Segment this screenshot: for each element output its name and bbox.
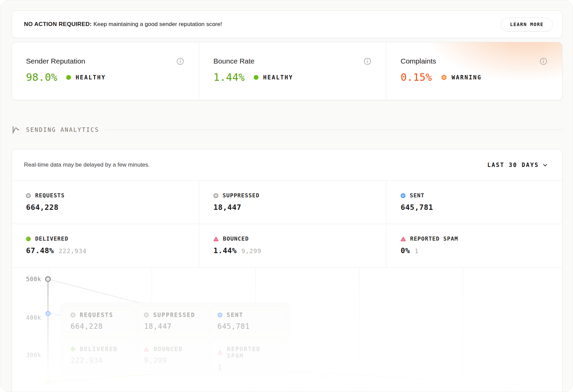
learn-more-button[interactable]: LEARN MORE [501,18,553,31]
tooltip-value: 222,934 [71,357,128,365]
stat-count: 1 [415,247,419,254]
sent-point [46,311,51,316]
metric-value: 0.15% [401,71,432,83]
crosshair-line [48,279,48,392]
metric-sender-reputation: Sender Reputation 98.0% HEALTHY [12,42,199,100]
tooltip-suppressed: SUPPRESSED 18,447 [137,305,208,338]
metric-complaints: Complaints 0.15% WARNING [386,42,562,100]
stat-label: BOUNCED [223,236,249,242]
info-icon[interactable] [176,57,184,65]
tooltip-value: 664,228 [71,322,128,330]
sending-analytics-card: Real-time data may be delayed by a few m… [11,149,563,392]
date-range-selector[interactable]: LAST 30 DAYS [487,162,548,168]
warning-hexagon-icon [441,74,447,80]
gray-ring-icon [26,193,31,198]
tooltip-value: 1 [218,363,280,371]
stat-value: 67.48% [26,246,54,255]
gray-ring-icon [71,313,75,317]
banner-message: NO ACTION REQUIRED: Keep maintaining a g… [24,21,222,28]
blue-ring-icon [218,313,222,317]
delivered-point [45,379,51,386]
gray-ring-icon [144,313,149,317]
stat-bounced: BOUNCED 1.44% 9,299 [199,224,386,267]
blue-ring-icon [401,193,405,198]
banner-message-bold: NO ACTION REQUIRED: [24,21,92,27]
analytics-chart[interactable]: 500k 400k 300k REQUESTS [12,268,562,392]
chevron-down-icon [542,162,548,168]
status-badge: WARNING [452,74,482,81]
metric-value: 98.0% [26,71,57,83]
tooltip-value: 645,781 [218,322,280,330]
metric-bounce-rate: Bounce Rate 1.44% HEALTHY [199,42,386,100]
stat-label: REQUESTS [35,192,65,199]
section-divider [105,130,563,130]
metric-title: Complaints [401,57,436,65]
analytics-header: Real-time data may be delayed by a few m… [12,149,562,181]
stat-label: REPORTED SPAM [410,236,458,242]
metric-title: Bounce Rate [214,57,254,65]
chart-tooltip: REQUESTS 664,228 SUPPRESSED 18,447 SENT [61,303,290,374]
stat-value: 645,781 [401,203,433,212]
banner-message-rest: Keep maintaining a good sender reputatio… [92,21,222,27]
stat-value: 18,447 [214,203,241,212]
tooltip-value: 18,447 [144,322,201,330]
stat-value: 0% [401,246,410,255]
date-range-label: LAST 30 DAYS [487,162,539,168]
stat-label: DELIVERED [35,236,68,242]
status-banner: NO ACTION REQUIRED: Keep maintaining a g… [11,10,563,38]
red-triangle-icon [218,350,223,355]
tooltip-requests: REQUESTS 664,228 [64,305,135,338]
section-header: SENDING ANALYTICS [11,124,563,136]
requests-point [45,276,51,282]
green-dot-icon [71,347,75,351]
stat-value: 664,228 [26,203,58,212]
stat-sent: SENT 645,781 [386,181,562,224]
dashboard-frame: NO ACTION REQUIRED: Keep maintaining a g… [0,0,573,392]
tooltip-reported-spam: REPORTED SPAM 1 [210,340,287,372]
stat-requests: REQUESTS 664,228 [12,181,199,224]
gray-ring-icon [214,193,218,198]
line-chart-icon [11,126,20,134]
stat-reported-spam: REPORTED SPAM 0% 1 [386,224,562,267]
stat-count: 9,299 [242,247,261,254]
realtime-note: Real-time data may be delayed by a few m… [24,162,150,168]
status-badge: HEALTHY [263,74,293,81]
healthy-dot-icon [66,75,71,80]
stat-label: SUPPRESSED [223,192,259,199]
stat-value: 1.44% [214,246,237,255]
red-triangle-icon [144,347,149,351]
tooltip-bounced: BOUNCED 9,299 [137,340,208,372]
stats-grid: REQUESTS 664,228 SUPPRESSED 18,447 SENT … [12,181,562,268]
tooltip-delivered: DELIVERED 222,934 [64,340,135,372]
reputation-metrics-card: Sender Reputation 98.0% HEALTHY Bounce R… [11,42,563,100]
stat-suppressed: SUPPRESSED 18,447 [199,181,386,224]
metric-value: 1.44% [214,71,245,83]
info-icon[interactable] [364,57,371,65]
red-triangle-icon [401,237,406,241]
stat-count: 222,934 [58,247,86,254]
metric-title: Sender Reputation [26,57,85,65]
section-title: SENDING ANALYTICS [26,126,99,133]
green-dot-icon [26,237,31,241]
tooltip-sent: SENT 645,781 [210,305,287,338]
stat-delivered: DELIVERED 67.48% 222,934 [12,224,199,267]
status-badge: HEALTHY [76,74,106,81]
stat-label: SENT [410,192,425,199]
red-triangle-icon [214,237,219,241]
info-icon[interactable] [540,57,547,65]
tooltip-value: 9,299 [144,357,201,365]
healthy-dot-icon [254,75,258,80]
